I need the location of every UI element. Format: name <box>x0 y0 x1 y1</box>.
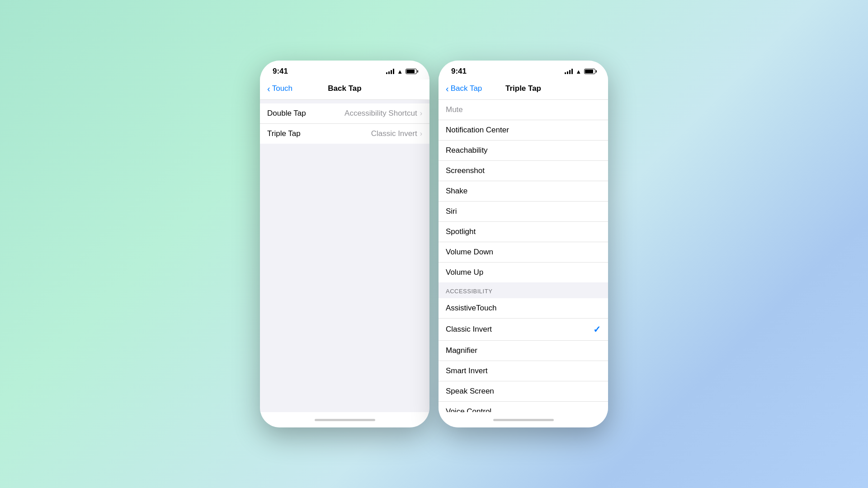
shake-item[interactable]: Shake <box>439 181 608 202</box>
left-status-bar: 9:41 ▲ <box>260 61 429 80</box>
voice-control-label: Voice Control <box>446 407 491 412</box>
left-status-icons: ▲ <box>386 68 417 75</box>
reachability-item[interactable]: Reachability <box>439 141 608 161</box>
right-back-label: Back Tap <box>451 84 482 93</box>
right-phone: 9:41 ▲ ‹ Back Tap Triple Tap <box>439 61 608 427</box>
triple-tap-value-text: Classic Invert <box>371 129 417 138</box>
volume-up-label: Volume Up <box>446 268 483 277</box>
left-nav-title: Back Tap <box>328 84 361 93</box>
voice-control-item[interactable]: Voice Control <box>439 402 608 412</box>
screenshot-label: Screenshot <box>446 166 485 175</box>
left-back-button[interactable]: ‹ Touch <box>267 84 292 93</box>
accessibility-section-label: ACCESSIBILITY <box>446 288 492 295</box>
spotlight-label: Spotlight <box>446 227 476 236</box>
right-home-bar <box>493 419 554 421</box>
double-tap-chevron-icon: › <box>420 109 422 117</box>
classic-invert-label: Classic Invert <box>446 325 492 334</box>
right-content: Mute Notification Center Reachability Sc… <box>439 100 608 412</box>
notification-center-item[interactable]: Notification Center <box>439 120 608 141</box>
triple-tap-item[interactable]: Triple Tap Classic Invert › <box>260 124 429 144</box>
right-time: 9:41 <box>451 67 467 76</box>
speak-screen-item[interactable]: Speak Screen <box>439 381 608 402</box>
classic-invert-item[interactable]: Classic Invert ✓ <box>439 319 608 341</box>
left-home-indicator <box>260 412 429 427</box>
right-back-chevron-icon: ‹ <box>446 84 449 93</box>
shake-label: Shake <box>446 187 467 196</box>
right-top-list: Mute Notification Center Reachability Sc… <box>439 100 608 282</box>
right-back-button[interactable]: ‹ Back Tap <box>446 84 482 93</box>
volume-up-item[interactable]: Volume Up <box>439 263 608 282</box>
left-list-section: Double Tap Accessibility Shortcut › Trip… <box>260 103 429 144</box>
triple-tap-value: Classic Invert › <box>371 129 422 138</box>
spotlight-item[interactable]: Spotlight <box>439 222 608 242</box>
mute-item[interactable]: Mute <box>439 100 608 120</box>
right-status-icons: ▲ <box>565 68 595 75</box>
triple-tap-label: Triple Tap <box>267 129 301 138</box>
left-signal-icon <box>386 69 394 74</box>
right-nav-bar: ‹ Back Tap Triple Tap <box>439 80 608 100</box>
double-tap-item[interactable]: Double Tap Accessibility Shortcut › <box>260 103 429 124</box>
left-back-chevron-icon: ‹ <box>267 84 270 93</box>
right-battery-icon <box>584 69 595 74</box>
siri-label: Siri <box>446 207 457 216</box>
magnifier-label: Magnifier <box>446 346 477 355</box>
right-wifi-icon: ▲ <box>576 68 581 75</box>
double-tap-label: Double Tap <box>267 109 306 118</box>
right-signal-icon <box>565 69 573 74</box>
volume-down-item[interactable]: Volume Down <box>439 242 608 263</box>
assistive-touch-item[interactable]: AssistiveTouch <box>439 298 608 319</box>
double-tap-value: Accessibility Shortcut › <box>344 109 422 118</box>
speak-screen-label: Speak Screen <box>446 387 494 396</box>
right-nav-title: Triple Tap <box>505 84 541 93</box>
phones-container: 9:41 ▲ ‹ Touch Back Tap <box>260 61 608 427</box>
smart-invert-item[interactable]: Smart Invert <box>439 361 608 381</box>
left-back-label: Touch <box>272 84 292 93</box>
notification-center-label: Notification Center <box>446 126 509 135</box>
smart-invert-label: Smart Invert <box>446 366 488 375</box>
classic-invert-checkmark-icon: ✓ <box>593 324 601 335</box>
left-home-bar <box>315 419 375 421</box>
left-nav-bar: ‹ Touch Back Tap <box>260 80 429 100</box>
left-phone: 9:41 ▲ ‹ Touch Back Tap <box>260 61 429 427</box>
left-wifi-icon: ▲ <box>397 68 403 75</box>
screenshot-item[interactable]: Screenshot <box>439 161 608 181</box>
double-tap-value-text: Accessibility Shortcut <box>344 109 417 118</box>
right-status-bar: 9:41 ▲ <box>439 61 608 80</box>
mute-label: Mute <box>446 105 463 114</box>
volume-down-label: Volume Down <box>446 248 493 257</box>
right-home-indicator <box>439 412 608 427</box>
accessibility-section-header: ACCESSIBILITY <box>439 282 608 298</box>
left-time: 9:41 <box>273 67 288 76</box>
left-battery-icon <box>406 69 417 74</box>
siri-item[interactable]: Siri <box>439 202 608 222</box>
left-content: Double Tap Accessibility Shortcut › Trip… <box>260 100 429 412</box>
assistive-touch-label: AssistiveTouch <box>446 304 496 313</box>
reachability-label: Reachability <box>446 146 488 155</box>
right-accessibility-list: AssistiveTouch Classic Invert ✓ Magnifie… <box>439 298 608 412</box>
magnifier-item[interactable]: Magnifier <box>439 341 608 361</box>
triple-tap-chevron-icon: › <box>420 130 422 138</box>
